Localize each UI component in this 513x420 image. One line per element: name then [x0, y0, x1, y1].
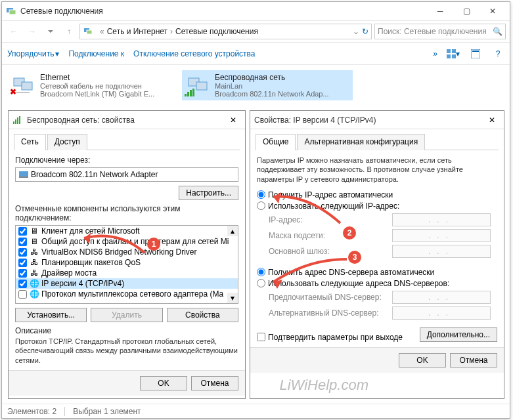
list-item[interactable]: 🖧Планировщик пакетов QoS — [16, 257, 238, 268]
ok-button[interactable]: OK — [140, 376, 187, 390]
svg-rect-5 — [452, 49, 456, 53]
connection-ethernet[interactable]: ✖ Ethernet Сетевой кабель не подключен B… — [7, 70, 178, 100]
list-item[interactable]: 🖧Драйвер моста — [16, 268, 238, 278]
navbar: ← → ↑ « Сеть и Интернет › Сетевые подклю… — [2, 20, 510, 43]
window-title: Сетевые подключения — [20, 7, 427, 16]
list-item[interactable]: 🖥Клиент для сетей Microsoft — [16, 226, 238, 236]
ip-auto-radio[interactable]: Получить IP-адрес автоматически — [257, 190, 497, 200]
adapter-properties-dialog: Беспроводная сеть: свойства ✕ Сеть Досту… — [8, 110, 246, 399]
adapter-field: Broadcom 802.11n Network Adapter — [15, 167, 238, 182]
protocol-icon: 🌐 — [30, 289, 39, 299]
install-button[interactable]: Установить... — [15, 308, 87, 322]
status-bar: Элементов: 2 Выбран 1 элемент — [2, 404, 510, 418]
protocol-icon: 🌐 — [30, 279, 39, 288]
dns-manual-radio[interactable]: Использовать следующие адреса DNS-сервер… — [257, 279, 497, 288]
ok-button[interactable]: OK — [399, 353, 446, 368]
tab-network[interactable]: Сеть — [14, 134, 46, 150]
chevron-down-icon[interactable]: ⌄ — [353, 27, 359, 36]
svg-rect-13 — [196, 82, 207, 90]
list-item[interactable]: 🖧VirtualBox NDIS6 Bridged Networking Dri… — [16, 247, 238, 257]
signal-icon — [185, 89, 195, 96]
advanced-button[interactable]: Дополнительно... — [420, 327, 497, 342]
scroll-up-button[interactable]: ▴ — [227, 226, 238, 236]
disable-device[interactable]: Отключение сетевого устройства — [133, 49, 255, 58]
svg-rect-11 — [22, 82, 32, 90]
organize-menu[interactable]: Упорядочить ▾ — [7, 49, 59, 58]
view-options-icon[interactable]: ▾ — [447, 47, 460, 60]
app-icon — [6, 6, 16, 16]
svg-rect-14 — [185, 94, 187, 96]
wifi-icon — [185, 73, 211, 96]
watermark: LiWiHelp.com — [279, 377, 368, 394]
details-pane-icon[interactable] — [469, 47, 482, 60]
svg-rect-18 — [13, 121, 14, 124]
dialog-titlebar: Беспроводная сеть: свойства ✕ — [9, 111, 245, 129]
connections-list: ✖ Ethernet Сетевой кабель не подключен B… — [2, 65, 510, 106]
svg-rect-1 — [9, 10, 16, 14]
svg-rect-15 — [187, 92, 189, 96]
dialog-titlebar: Свойства: IP версии 4 (TCP/IPv4) ✕ — [250, 111, 504, 129]
minimize-button[interactable]: ─ — [427, 3, 453, 20]
svg-rect-16 — [190, 90, 192, 96]
error-icon: ✖ — [10, 87, 16, 96]
svg-rect-3 — [87, 30, 92, 34]
connection-wireless[interactable]: Беспроводная сеть MainLan Broadcom 802.1… — [182, 70, 353, 100]
configure-button[interactable]: Настроить... — [179, 186, 238, 200]
more-chevron-icon[interactable]: » — [433, 49, 437, 58]
maximize-button[interactable]: ▢ — [453, 3, 480, 20]
list-item[interactable]: 🖥Общий доступ к файлам и принтерам для с… — [16, 236, 238, 247]
tab-sharing[interactable]: Доступ — [47, 134, 87, 150]
remove-button: Удалить — [91, 308, 162, 322]
back-button[interactable]: ← — [6, 24, 22, 39]
svg-rect-17 — [192, 89, 194, 96]
ip-address-field: ... — [392, 213, 491, 226]
properties-button[interactable]: Свойства — [167, 308, 238, 322]
ip-manual-radio[interactable]: Использовать следующий IP-адрес: — [257, 201, 497, 211]
cancel-button[interactable]: Отмена — [191, 376, 238, 390]
components-list[interactable]: 🖥Клиент для сетей Microsoft 🖥Общий досту… — [15, 225, 238, 304]
subnet-mask-field: ... — [392, 229, 491, 242]
svg-rect-4 — [447, 49, 451, 53]
address-bar[interactable]: « Сеть и Интернет › Сетевые подключения … — [79, 24, 372, 39]
dns-alt-field: ... — [392, 306, 491, 320]
dns-pref-field: ... — [392, 291, 491, 304]
location-icon — [83, 26, 93, 37]
connect-menu[interactable]: Подключение к — [68, 49, 124, 58]
list-item[interactable]: 🌐Протокол мультиплексора сетевого адапте… — [16, 289, 238, 299]
close-button[interactable]: ✕ — [484, 112, 500, 128]
history-dropdown[interactable] — [43, 24, 58, 39]
client-icon: 🖥 — [30, 226, 39, 236]
help-icon[interactable]: ? — [491, 47, 504, 60]
adapter-icon — [19, 170, 28, 179]
titlebar: Сетевые подключения ─ ▢ ✕ — [2, 2, 510, 20]
close-button[interactable]: ✕ — [225, 112, 241, 128]
bridge-icon: 🖧 — [30, 268, 39, 278]
list-item-ipv4[interactable]: 🌐IP версии 4 (TCP/IPv4) — [16, 278, 238, 289]
ethernet-icon: ✖ — [10, 73, 36, 96]
refresh-icon[interactable]: ↻ — [362, 27, 368, 36]
search-input[interactable]: Поиск: Сетевые подключения 🔍 — [374, 24, 506, 39]
svg-rect-19 — [15, 119, 16, 124]
chevron-down-icon: ▾ — [55, 49, 59, 58]
svg-rect-20 — [17, 117, 18, 124]
up-button[interactable]: ↑ — [61, 24, 77, 39]
search-icon: 🔍 — [493, 27, 502, 36]
forward-button[interactable]: → — [24, 24, 40, 39]
tab-alternate[interactable]: Альтернативная конфигурация — [297, 134, 425, 150]
breadcrumb-item[interactable]: Сеть и Интернет — [107, 27, 167, 36]
close-button[interactable]: ✕ — [480, 3, 506, 20]
gateway-field: ... — [392, 245, 491, 258]
dns-auto-radio[interactable]: Получить адрес DNS-сервера автоматически — [257, 268, 497, 277]
driver-icon: 🖧 — [30, 247, 39, 257]
cancel-button[interactable]: Отмена — [450, 353, 497, 368]
command-bar: Упорядочить ▾ Подключение к Отключение с… — [2, 43, 510, 65]
qos-icon: 🖧 — [30, 258, 39, 267]
svg-rect-22 — [19, 171, 28, 177]
tab-general[interactable]: Общие — [256, 134, 296, 150]
scroll-down-button[interactable]: ▾ — [227, 293, 238, 303]
confirm-checkbox[interactable]: Подтвердить параметры при выходе — [257, 333, 403, 342]
breadcrumb-item[interactable]: Сетевые подключения — [175, 27, 258, 36]
svg-rect-23 — [19, 177, 28, 178]
ipv4-properties-dialog: Свойства: IP версии 4 (TCP/IPv4) ✕ Общие… — [250, 110, 504, 399]
share-icon: 🖥 — [30, 237, 39, 246]
